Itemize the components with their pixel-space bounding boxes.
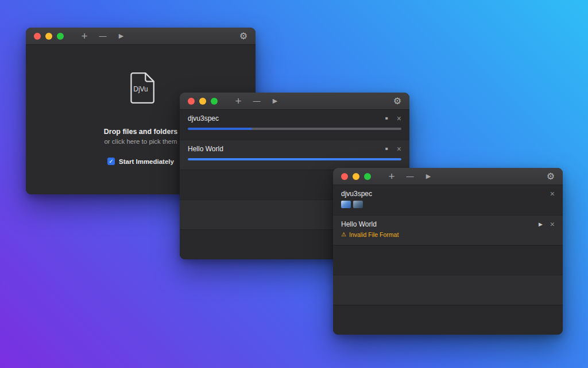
close-window-button[interactable] bbox=[188, 98, 195, 105]
retry-button[interactable]: ▶ bbox=[539, 222, 543, 227]
start-all-button[interactable]: ▶ bbox=[266, 97, 284, 105]
progress-bar bbox=[188, 128, 401, 130]
remove-item-button[interactable]: × bbox=[550, 190, 555, 198]
traffic-lights bbox=[188, 98, 218, 105]
traffic-lights bbox=[34, 33, 64, 40]
minimize-window-button[interactable] bbox=[353, 173, 359, 180]
doc-icon-label: DjVu bbox=[133, 85, 148, 93]
page-thumbnail-icon[interactable] bbox=[341, 201, 351, 208]
progress-fill bbox=[188, 158, 401, 160]
desktop-background: + — ▶ ⚙ DjVu Drop files and folders or c… bbox=[0, 0, 588, 368]
remove-item-button[interactable]: × bbox=[550, 220, 555, 228]
minimize-window-button[interactable] bbox=[45, 33, 52, 40]
close-window-button[interactable] bbox=[341, 173, 348, 180]
titlebar[interactable]: + — ▶ ⚙ bbox=[333, 168, 563, 185]
add-files-button[interactable]: + bbox=[75, 30, 94, 41]
progress-bar bbox=[188, 158, 401, 160]
window-results-list: + — ▶ ⚙ djvu3spec × Hello World ▶ bbox=[333, 168, 563, 335]
checkmark-icon: ✓ bbox=[109, 159, 113, 164]
page-thumbnail-icon[interactable] bbox=[353, 201, 363, 208]
drop-title: Drop files and folders bbox=[104, 128, 178, 136]
toolbar: + — ▶ bbox=[75, 30, 130, 41]
error-line: ⚠ Invalid File Format bbox=[341, 231, 555, 238]
djvu-document-icon: DjVu bbox=[124, 71, 157, 105]
settings-gear-icon[interactable]: ⚙ bbox=[393, 97, 401, 106]
start-immediately-checkbox[interactable]: ✓ Start Immediately bbox=[107, 158, 174, 165]
empty-row bbox=[333, 245, 563, 275]
result-item[interactable]: djvu3spec × bbox=[333, 185, 563, 215]
settings-gear-icon[interactable]: ⚙ bbox=[547, 172, 555, 181]
zoom-window-button[interactable] bbox=[57, 33, 64, 40]
add-files-button[interactable]: + bbox=[229, 95, 247, 106]
results-list: djvu3spec × Hello World ▶ × ⚠ Invalid Fi… bbox=[333, 185, 563, 335]
warning-icon: ⚠ bbox=[341, 232, 346, 237]
error-message: Invalid File Format bbox=[349, 231, 399, 238]
toolbar: + — ▶ bbox=[229, 95, 284, 106]
result-thumbnails bbox=[341, 201, 555, 208]
settings-gear-icon[interactable]: ⚙ bbox=[239, 32, 247, 41]
checkbox-label: Start Immediately bbox=[119, 158, 174, 165]
minimize-window-button[interactable] bbox=[199, 98, 206, 105]
item-name: djvu3spec bbox=[341, 190, 550, 198]
start-all-button[interactable]: ▶ bbox=[112, 32, 130, 40]
remove-item-button[interactable]: × bbox=[397, 145, 401, 153]
clear-list-button[interactable]: — bbox=[247, 97, 266, 105]
toolbar: + — ▶ bbox=[382, 171, 438, 182]
progress-fill bbox=[188, 128, 252, 130]
item-name: Hello World bbox=[341, 220, 539, 228]
traffic-lights bbox=[341, 173, 371, 180]
checkbox-box[interactable]: ✓ bbox=[107, 158, 115, 165]
remove-item-button[interactable]: × bbox=[397, 114, 401, 122]
queue-item[interactable]: Hello World ■ × bbox=[180, 140, 409, 170]
add-files-button[interactable]: + bbox=[382, 171, 401, 182]
zoom-window-button[interactable] bbox=[364, 173, 371, 180]
stop-button[interactable]: ■ bbox=[385, 147, 388, 151]
titlebar[interactable]: + — ▶ ⚙ bbox=[26, 28, 256, 45]
close-window-button[interactable] bbox=[34, 33, 41, 40]
queue-item[interactable]: djvu3spec ■ × bbox=[180, 110, 409, 140]
zoom-window-button[interactable] bbox=[211, 98, 218, 105]
drop-subtitle: or click here to pick them bbox=[104, 138, 177, 145]
titlebar[interactable]: + — ▶ ⚙ bbox=[180, 93, 409, 110]
empty-row bbox=[333, 305, 563, 335]
item-name: djvu3spec bbox=[188, 114, 385, 122]
start-all-button[interactable]: ▶ bbox=[419, 172, 438, 180]
empty-row bbox=[333, 275, 563, 305]
item-name: Hello World bbox=[188, 145, 385, 153]
result-item[interactable]: Hello World ▶ × ⚠ Invalid File Format bbox=[333, 215, 563, 245]
stop-button[interactable]: ■ bbox=[385, 116, 388, 121]
clear-list-button[interactable]: — bbox=[401, 172, 419, 181]
clear-list-button[interactable]: — bbox=[94, 32, 112, 40]
